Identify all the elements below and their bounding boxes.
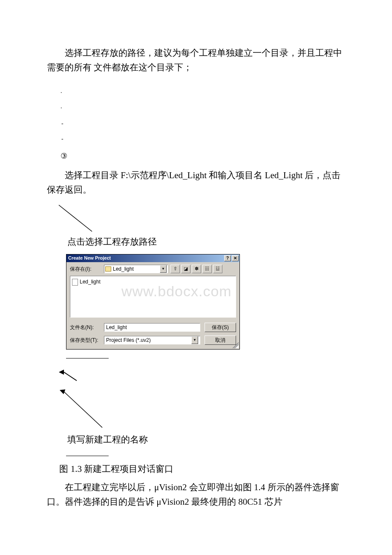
- paragraph-2: 选择工程目录 F:\示范程序\Led_Light 和输入项目名 Led_Ligh…: [0, 168, 392, 197]
- save-button[interactable]: 保存(S): [205, 323, 236, 332]
- diag-line-1: [55, 202, 392, 235]
- dialog-title: Create New Project: [68, 254, 111, 262]
- svg-marker-1: [59, 370, 64, 375]
- filetype-value: Project Files (*.uv2): [106, 336, 151, 344]
- save-in-label: 保存在(I):: [70, 265, 104, 273]
- chevron-down-icon[interactable]: ▼: [160, 265, 167, 273]
- resize-grip-icon[interactable]: [233, 342, 239, 348]
- list-view-icon[interactable]: ☷: [202, 265, 212, 273]
- paragraph-1: 选择工程存放的路径，建议为每个工程单独建立一个目录，并且工程中需要的所有 文件都…: [0, 46, 392, 75]
- svg-line-2: [64, 372, 77, 381]
- dialog-titlebar: Create New Project ? ✕: [66, 254, 239, 262]
- save-in-value: Led_light: [113, 265, 134, 273]
- filename-label: 文件名(N):: [70, 324, 104, 332]
- divider-line: [66, 358, 109, 358]
- filename-value: Led_light: [106, 324, 127, 332]
- caption-fill-name: 填写新建工程的名称: [0, 433, 392, 447]
- details-view-icon[interactable]: ☳: [213, 265, 222, 273]
- figure-caption: 图 1.3 新建工程项目对话窗口: [0, 462, 392, 477]
- svg-marker-3: [59, 388, 65, 394]
- save-in-combo[interactable]: Led_light ▼: [104, 265, 168, 273]
- help-button[interactable]: ?: [224, 255, 231, 261]
- divider-line-2: [66, 456, 109, 456]
- circled-3: ③: [61, 149, 392, 163]
- svg-line-4: [63, 391, 102, 428]
- filetype-label: 保存类型(T):: [70, 336, 104, 344]
- cancel-button[interactable]: 取消: [205, 335, 236, 345]
- bullet-column: · · - - ③: [61, 87, 392, 163]
- file-list-pane[interactable]: Led_light www.bdocx.com: [70, 276, 236, 318]
- svg-line-0: [59, 205, 92, 231]
- up-one-level-icon[interactable]: ⇧: [170, 265, 180, 273]
- create-project-dialog: Create New Project ? ✕ 保存在(I): Led_light…: [66, 254, 240, 350]
- project-file-icon: [72, 279, 78, 286]
- filetype-combo[interactable]: Project Files (*.uv2) ▼: [104, 336, 200, 344]
- list-item[interactable]: Led_light: [72, 278, 234, 286]
- chevron-down-icon[interactable]: ▼: [191, 336, 198, 344]
- folder-icon: [105, 266, 111, 272]
- filename-input[interactable]: Led_light: [104, 323, 200, 332]
- arrow-graphic: [55, 364, 392, 433]
- desktop-icon[interactable]: ◪: [181, 265, 190, 273]
- paragraph-3: 在工程建立完毕以后，μVision2 会立即弹出如图 1.4 所示的器件选择窗口…: [0, 480, 392, 509]
- caption-select-path: 点击选择工程存放路径: [0, 235, 392, 249]
- close-button[interactable]: ✕: [232, 255, 239, 261]
- file-item-label: Led_light: [80, 278, 101, 286]
- new-folder-icon[interactable]: ✽: [192, 265, 201, 273]
